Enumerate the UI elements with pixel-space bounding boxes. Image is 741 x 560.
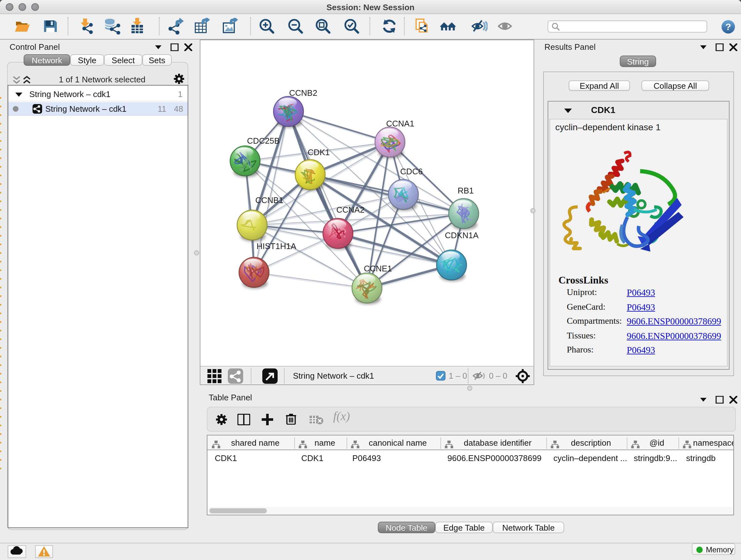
svg-text:?: ? [725,21,731,32]
svg-text:CCNA2: CCNA2 [336,205,364,214]
svg-text:CCNA1: CCNA1 [386,119,414,128]
svg-text:CDKN1A: CDKN1A [445,231,479,240]
svg-text:CDC6: CDC6 [400,167,423,176]
svg-text:CDC25B: CDC25B [247,136,280,145]
svg-text:CCNB1: CCNB1 [255,195,283,205]
svg-text:CCNE1: CCNE1 [364,264,392,273]
svg-text:CDK1: CDK1 [308,147,330,157]
svg-text:CCNB2: CCNB2 [289,88,317,98]
svg-text:HIST1H1A: HIST1H1A [257,241,296,251]
svg-text:RB1: RB1 [458,186,474,195]
